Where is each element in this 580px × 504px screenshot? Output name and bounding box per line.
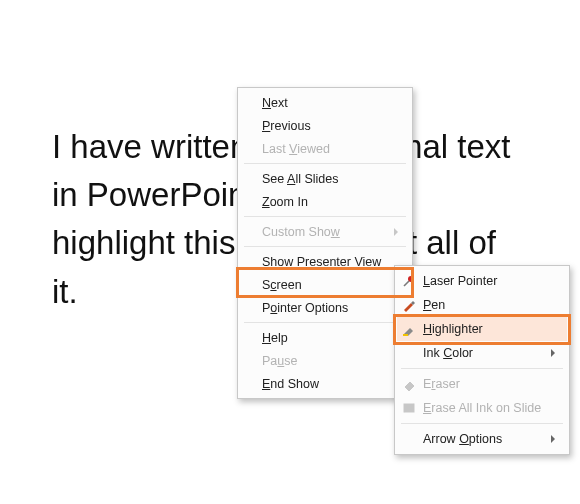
svg-rect-2 <box>403 334 408 336</box>
menu-see-all-slides[interactable]: See All Slides <box>240 167 410 190</box>
submenu-highlighter[interactable]: Highlighter <box>397 317 567 341</box>
submenu-eraser: Eraser <box>397 372 567 396</box>
menu-next[interactable]: Next <box>240 91 410 114</box>
laser-pointer-icon <box>401 273 417 289</box>
submenu-erase-all-ink: Erase All Ink on Slide <box>397 396 567 420</box>
menu-pointer-options[interactable]: Pointer Options <box>240 296 410 319</box>
pen-icon <box>401 297 417 313</box>
menu-show-presenter-view[interactable]: Show Presenter View <box>240 250 410 273</box>
menu-pause: Pause <box>240 349 410 372</box>
menu-separator <box>244 163 406 164</box>
blank-icon <box>401 345 417 361</box>
menu-separator <box>244 216 406 217</box>
submenu-ink-color[interactable]: Ink Color <box>397 341 567 365</box>
menu-previous[interactable]: Previous <box>240 114 410 137</box>
menu-separator <box>244 322 406 323</box>
submenu-arrow-options[interactable]: Arrow Options <box>397 427 567 451</box>
eraser-icon <box>401 376 417 392</box>
menu-separator <box>244 246 406 247</box>
menu-separator <box>401 368 563 369</box>
menu-zoom-in[interactable]: Zoom In <box>240 190 410 213</box>
blank-icon <box>401 431 417 447</box>
menu-help[interactable]: Help <box>240 326 410 349</box>
submenu-laser-pointer[interactable]: Laser Pointer <box>397 269 567 293</box>
menu-last-viewed: Last Viewed <box>240 137 410 160</box>
pointer-options-submenu: Laser Pointer Pen Highlighter Ink Color … <box>394 265 570 455</box>
menu-screen[interactable]: Screen <box>240 273 410 296</box>
erase-all-icon <box>401 400 417 416</box>
menu-separator <box>401 423 563 424</box>
menu-end-show[interactable]: End Show <box>240 372 410 395</box>
svg-line-1 <box>404 281 409 286</box>
submenu-pen[interactable]: Pen <box>397 293 567 317</box>
highlighter-icon <box>401 321 417 337</box>
menu-custom-show: Custom Show <box>240 220 410 243</box>
context-menu: Next Previous Last Viewed See All Slides… <box>237 87 413 399</box>
